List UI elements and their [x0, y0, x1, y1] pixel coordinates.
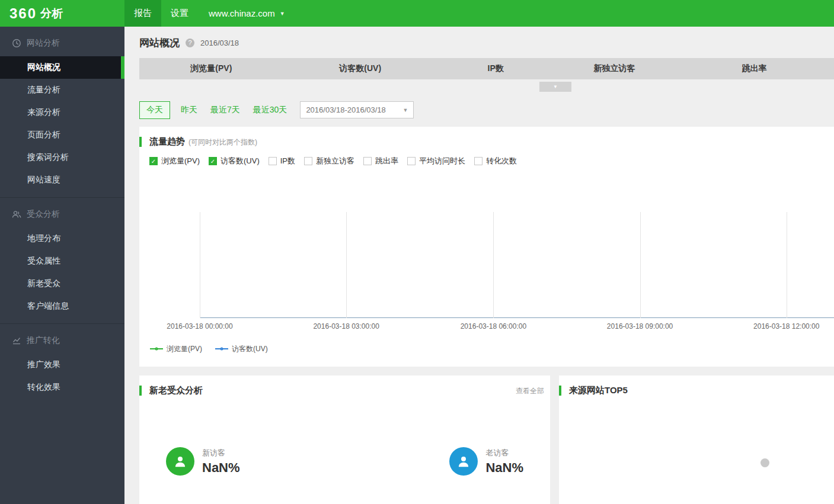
legend-item-pv[interactable]: 浏览量(PV) [150, 344, 202, 354]
checkbox-unchecked-icon[interactable] [363, 157, 372, 165]
app-logo: 360 分析 [0, 0, 124, 27]
metric-checkbox-bounce-rate[interactable]: 跳出率 [363, 156, 398, 166]
returning-visitor-label: 老访客 [485, 448, 523, 458]
visitor-stats-row: 新访客 NaN% 老访客 NaN% [139, 447, 550, 476]
sidebar-item-label: 新老受众 [27, 278, 60, 288]
checkbox-checked-icon[interactable]: ✓ [149, 157, 158, 165]
sidebar-section-audience: 受众分析 地理分布 受众属性 新老受众 客户端信息 [0, 197, 124, 317]
metric-label: 跳出率 [375, 156, 398, 166]
view-all-link[interactable]: 查看全部 [516, 386, 544, 396]
date-filter-row: 今天 昨天 最近7天 最近30天 2016/03/18-2016/03/18 ▼ [139, 101, 834, 118]
green-accent-bar [139, 137, 142, 147]
new-visitor-value: NaN% [202, 460, 240, 476]
tab-report-label: 报告 [134, 8, 152, 19]
x-axis-tick: 2016-03-18 06:00:00 [449, 322, 538, 330]
empty-chart-placeholder-dot [760, 458, 769, 467]
summary-col-uv: 访客数(UV) [283, 63, 437, 74]
summary-metrics-header: 浏览量(PV) 访客数(UV) IP数 新独立访客 跳出率 [139, 58, 834, 79]
returning-visitor-person-icon [449, 447, 478, 476]
metric-checkbox-uv[interactable]: ✓ 访客数(UV) [209, 156, 260, 166]
sidebar-item-label: 转化效果 [27, 382, 60, 391]
sidebar-item-page-analysis[interactable]: 页面分析 [0, 124, 124, 146]
filter-yesterday[interactable]: 昨天 [181, 105, 197, 115]
summary-col-new-visitors: 新独立访客 [554, 63, 675, 74]
metric-label: 转化次数 [486, 156, 517, 166]
audience-card-header: 新老受众分析 查看全部 [139, 385, 550, 396]
checkbox-unchecked-icon[interactable] [474, 157, 482, 165]
green-accent-bar [559, 386, 561, 396]
legend-marker-uv-icon [215, 348, 228, 349]
sidebar-item-promotion-effect[interactable]: 推广效果 [0, 354, 124, 376]
filter-last-30-days[interactable]: 最近30天 [253, 105, 287, 115]
audience-icon [12, 210, 21, 219]
sidebar-item-label: 地理分布 [27, 233, 60, 243]
checkbox-unchecked-icon[interactable] [304, 157, 312, 165]
sidebar-section-head-conversion: 推广转化 [0, 328, 124, 354]
checkbox-unchecked-icon[interactable] [269, 157, 277, 165]
legend-label: 浏览量(PV) [167, 344, 202, 354]
sidebar-section-title: 受众分析 [27, 209, 60, 220]
sidebar-item-label: 受众属性 [27, 256, 60, 265]
legend-label: 访客数(UV) [232, 344, 268, 354]
new-visitor-stat: 新访客 NaN% [166, 447, 240, 476]
metric-checkbox-pv[interactable]: ✓ 浏览量(PV) [149, 156, 200, 166]
sidebar-item-conversion-effect[interactable]: 转化效果 [0, 376, 124, 399]
legend-item-uv[interactable]: 访客数(UV) [215, 344, 268, 354]
metric-checkbox-conversions[interactable]: 转化次数 [474, 156, 517, 166]
sidebar-item-label: 网站概况 [27, 62, 60, 72]
returning-visitor-value: NaN% [485, 460, 523, 476]
chart-gridline [200, 212, 200, 318]
main-content: 网站概况 ? 2016/03/18 浏览量(PV) 访客数(UV) IP数 新独… [124, 0, 834, 504]
site-selector-value: www.chinaz.com [209, 8, 275, 18]
sidebar-section-conversion: 推广转化 推广效果 转化效果 [0, 323, 124, 399]
x-axis-tick: 2016-03-18 03:00:00 [302, 322, 391, 330]
new-visitor-person-icon [166, 447, 194, 476]
tab-report[interactable]: 报告 [124, 0, 161, 27]
returning-visitor-stat: 老访客 NaN% [449, 447, 523, 476]
chevron-down-icon: ▼ [280, 11, 285, 17]
metric-checkbox-row: ✓ 浏览量(PV) ✓ 访客数(UV) IP数 新独立访客 跳出率 平均访问 [149, 156, 834, 166]
site-selector-dropdown[interactable]: www.chinaz.com ▼ [209, 0, 285, 27]
metric-label: 访客数(UV) [221, 156, 260, 166]
sidebar-item-site-overview[interactable]: 网站概况 [0, 56, 124, 79]
date-range-select[interactable]: 2016/03/18-2016/03/18 ▼ [300, 101, 414, 118]
topbar: 360 分析 报告 设置 www.chinaz.com ▼ [0, 0, 834, 27]
summary-col-pv: 浏览量(PV) [139, 63, 283, 74]
metric-checkbox-new-visitors[interactable]: 新独立访客 [304, 156, 354, 166]
source-card-header: 来源网站TOP5 [559, 385, 834, 396]
sidebar-section-head-audience: 受众分析 [0, 201, 124, 227]
metric-checkbox-avg-duration[interactable]: 平均访问时长 [407, 156, 465, 166]
audience-analysis-card: 新老受众分析 查看全部 新访客 NaN% [139, 375, 550, 504]
trend-card-subtitle: (可同时对比两个指数) [188, 137, 257, 147]
checkbox-unchecked-icon[interactable] [407, 157, 416, 165]
chart-gridline [493, 212, 494, 318]
x-axis-tick: 2016-03-18 09:00:00 [596, 322, 685, 330]
sidebar-item-client-info[interactable]: 客户端信息 [0, 295, 124, 317]
metric-label: IP数 [280, 156, 295, 166]
sidebar-item-search-term-analysis[interactable]: 搜索词分析 [0, 146, 124, 169]
sidebar-item-traffic-analysis[interactable]: 流量分析 [0, 79, 124, 101]
source-top5-card: 来源网站TOP5 [559, 375, 834, 504]
source-card-title: 来源网站TOP5 [569, 385, 628, 396]
sidebar-item-source-analysis[interactable]: 来源分析 [0, 101, 124, 124]
metric-checkbox-ip[interactable]: IP数 [269, 156, 295, 166]
sidebar-item-label: 来源分析 [27, 107, 60, 117]
metric-label: 新独立访客 [316, 156, 354, 166]
chevron-down-icon: ▼ [402, 107, 408, 113]
metric-label: 浏览量(PV) [161, 156, 200, 166]
summary-expand-button[interactable]: ▼ [539, 82, 571, 92]
help-icon[interactable]: ? [186, 38, 194, 47]
filter-today[interactable]: 今天 [139, 101, 170, 119]
filter-last-7-days[interactable]: 最近7天 [210, 105, 240, 115]
sidebar-item-site-speed[interactable]: 网站速度 [0, 169, 124, 191]
chart-gridline [640, 212, 641, 318]
checkbox-checked-icon[interactable]: ✓ [209, 157, 217, 165]
sidebar-item-new-vs-returning[interactable]: 新老受众 [0, 272, 124, 295]
bottom-cards-row: 新老受众分析 查看全部 新访客 NaN% [139, 375, 834, 504]
sidebar-item-geo-distribution[interactable]: 地理分布 [0, 227, 124, 250]
tab-settings[interactable]: 设置 [161, 0, 198, 27]
summary-col-bounce-rate: 跳出率 [675, 63, 834, 74]
sidebar-item-audience-attributes[interactable]: 受众属性 [0, 250, 124, 272]
sidebar: 网站分析 网站概况 流量分析 来源分析 页面分析 搜索词分析 网站速度 受众分析… [0, 27, 124, 504]
page-date: 2016/03/18 [200, 38, 239, 47]
